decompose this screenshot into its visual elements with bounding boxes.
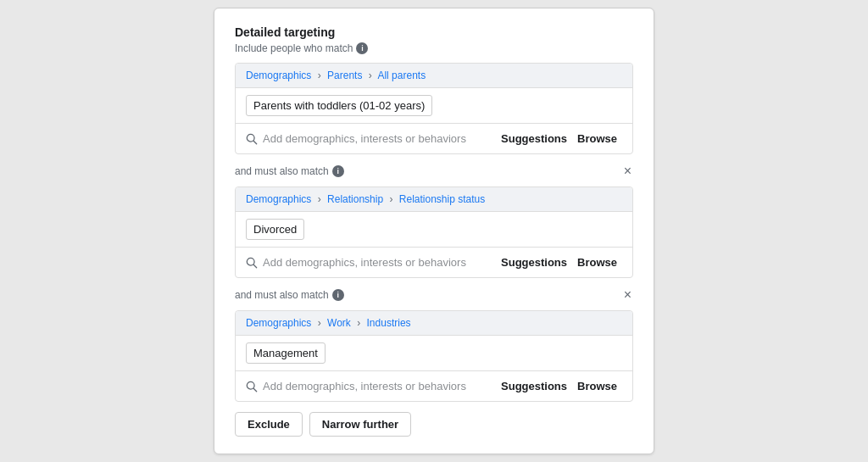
tag-row-3: Management xyxy=(236,335,632,370)
and-must-match-row-3: and must also match i × xyxy=(235,288,633,302)
close-btn-2[interactable]: × xyxy=(622,164,633,178)
search-row-3[interactable]: Add demographics, interests or behaviors… xyxy=(236,370,632,401)
breadcrumb-relationship[interactable]: Relationship xyxy=(327,193,383,205)
search-icon-3 xyxy=(246,381,258,392)
breadcrumb-3: Demographics › Work › Industries xyxy=(236,311,632,335)
tag-parents-toddlers: Parents with toddlers (01-02 years) xyxy=(246,95,432,116)
tag-row-2: Divorced xyxy=(236,211,632,247)
breadcrumb-industries[interactable]: Industries xyxy=(367,317,411,329)
breadcrumb-demographics-2[interactable]: Demographics xyxy=(246,193,311,205)
breadcrumb-relationship-status[interactable]: Relationship status xyxy=(399,193,485,205)
svg-line-1 xyxy=(253,141,257,144)
narrow-further-button[interactable]: Narrow further xyxy=(309,412,411,437)
close-btn-3[interactable]: × xyxy=(622,288,633,302)
and-must-match-label-3: and must also match i xyxy=(235,289,344,301)
svg-line-3 xyxy=(253,264,257,268)
targeting-block-2: Demographics › Relationship › Relationsh… xyxy=(235,186,633,278)
browse-btn-1[interactable]: Browse xyxy=(572,131,622,147)
targeting-block-3: Demographics › Work › Industries Managem… xyxy=(235,310,633,402)
search-row-1[interactable]: Add demographics, interests or behaviors… xyxy=(236,123,632,153)
suggestions-btn-3[interactable]: Suggestions xyxy=(496,378,572,394)
breadcrumb-all-parents[interactable]: All parents xyxy=(377,70,426,81)
search-icon-2 xyxy=(246,257,258,269)
detailed-targeting-card: Detailed targeting Include people who ma… xyxy=(214,8,654,454)
breadcrumb-parents[interactable]: Parents xyxy=(327,70,362,81)
suggestions-btn-2[interactable]: Suggestions xyxy=(496,254,572,270)
svg-line-5 xyxy=(253,388,257,392)
search-row-2[interactable]: Add demographics, interests or behaviors… xyxy=(236,247,632,277)
search-placeholder-3: Add demographics, interests or behaviors xyxy=(263,380,491,392)
search-placeholder-2: Add demographics, interests or behaviors xyxy=(263,256,491,269)
section-subtitle: Include people who match i xyxy=(235,42,633,54)
search-actions-3: Suggestions Browse xyxy=(496,378,622,394)
browse-btn-2[interactable]: Browse xyxy=(572,254,622,270)
tag-divorced: Divorced xyxy=(246,219,304,240)
tag-management: Management xyxy=(246,342,326,364)
bottom-buttons: Exclude Narrow further xyxy=(235,412,633,437)
search-actions-2: Suggestions Browse xyxy=(496,254,622,270)
tag-row-1: Parents with toddlers (01-02 years) xyxy=(236,87,632,123)
section-title: Detailed targeting xyxy=(235,25,633,39)
and-must-match-label-2: and must also match i xyxy=(235,165,344,177)
breadcrumb-1: Demographics › Parents › All parents xyxy=(236,64,632,87)
exclude-button[interactable]: Exclude xyxy=(235,412,303,437)
breadcrumb-2: Demographics › Relationship › Relationsh… xyxy=(236,187,632,211)
info-icon[interactable]: i xyxy=(356,42,368,54)
breadcrumb-demographics-3[interactable]: Demographics xyxy=(246,317,311,329)
suggestions-btn-1[interactable]: Suggestions xyxy=(496,131,572,147)
search-actions-1: Suggestions Browse xyxy=(496,131,622,147)
and-must-match-row-2: and must also match i × xyxy=(235,164,633,178)
breadcrumb-demographics-1[interactable]: Demographics xyxy=(246,70,311,81)
targeting-block-1: Demographics › Parents › All parents Par… xyxy=(235,63,633,154)
search-placeholder-1: Add demographics, interests or behaviors xyxy=(263,132,491,145)
info-icon-2[interactable]: i xyxy=(332,165,344,177)
browse-btn-3[interactable]: Browse xyxy=(572,378,622,394)
breadcrumb-work[interactable]: Work xyxy=(327,317,351,329)
info-icon-3[interactable]: i xyxy=(332,289,344,301)
search-icon-1 xyxy=(246,133,258,145)
